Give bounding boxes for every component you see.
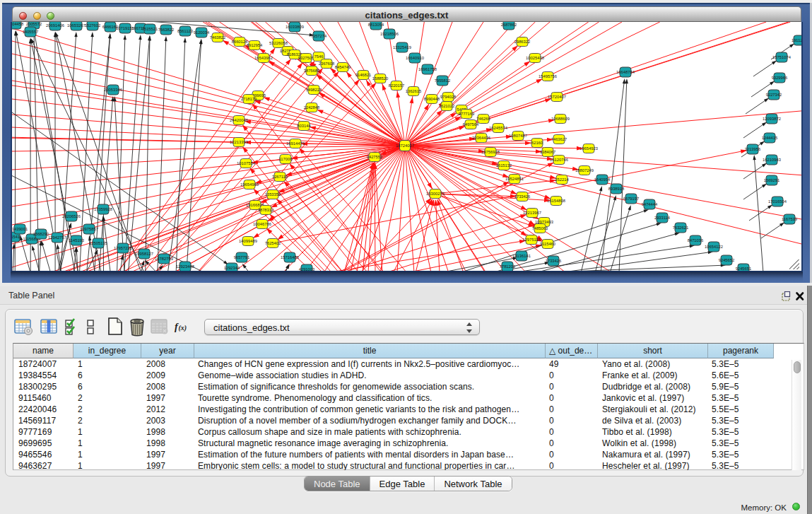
svg-text:1353359: 1353359: [265, 192, 281, 197]
svg-text:16648784: 16648784: [616, 70, 635, 74]
svg-text:10807487: 10807487: [509, 134, 527, 138]
svg-text:16782759: 16782759: [155, 257, 173, 261]
svg-text:3878312: 3878312: [258, 208, 274, 212]
svg-text:2242848: 2242848: [304, 105, 320, 110]
svg-text:20691406: 20691406: [46, 23, 64, 28]
svg-text:8938918: 8938918: [608, 187, 625, 191]
svg-text:2367608: 2367608: [319, 62, 335, 66]
svg-text:7515521: 7515521: [142, 27, 158, 31]
svg-text:9115460: 9115460: [540, 242, 555, 246]
svg-text:9146821: 9146821: [355, 73, 372, 77]
svg-text:117006: 117006: [279, 157, 293, 161]
svg-text:2933114: 2933114: [654, 216, 671, 220]
svg-text:62160: 62160: [531, 141, 543, 145]
svg-text:9327505: 9327505: [298, 56, 314, 60]
svg-text:12942757: 12942757: [48, 235, 66, 240]
svg-text:8454749: 8454749: [335, 65, 351, 69]
svg-text:15300275: 15300275: [426, 192, 445, 196]
svg-text:1733426: 1733426: [514, 194, 531, 199]
svg-text:1362615: 1362615: [406, 89, 422, 93]
svg-text:7485063: 7485063: [532, 226, 548, 230]
svg-text:3213956: 3213956: [745, 147, 761, 151]
svg-text:7663822: 7663822: [158, 28, 175, 32]
svg-text:14136141: 14136141: [512, 254, 531, 258]
svg-text:20206526: 20206526: [62, 214, 81, 218]
svg-text:12213393: 12213393: [230, 140, 248, 144]
svg-text:19218506: 19218506: [380, 32, 399, 36]
svg-text:19654923: 19654923: [579, 146, 598, 151]
svg-text:7955812: 7955812: [435, 78, 451, 83]
svg-text:12923448: 12923448: [176, 264, 194, 269]
svg-text:53226058: 53226058: [269, 41, 288, 45]
svg-text:7463822: 7463822: [210, 35, 226, 40]
svg-text:8813054: 8813054: [368, 23, 384, 27]
svg-text:19524851: 19524851: [505, 177, 524, 181]
svg-text:20364436: 20364436: [472, 136, 490, 140]
svg-text:16543962: 16543962: [254, 56, 273, 60]
svg-text:10653267: 10653267: [67, 23, 86, 28]
svg-text:10975857: 10975857: [80, 227, 98, 231]
svg-text:9657791: 9657791: [234, 255, 250, 259]
svg-text:10025438: 10025438: [526, 56, 544, 60]
svg-text:1145193: 1145193: [69, 238, 84, 243]
svg-text:803144: 803144: [297, 124, 311, 128]
svg-text:1569291: 1569291: [764, 178, 780, 182]
svg-text:5498222: 5498222: [306, 88, 322, 92]
svg-text:19756928: 19756928: [481, 150, 500, 154]
svg-text:10688609: 10688609: [551, 117, 570, 121]
svg-text:2986322: 2986322: [514, 40, 531, 44]
svg-text:12975115: 12975115: [522, 238, 540, 242]
svg-text:16961758: 16961758: [418, 67, 437, 71]
svg-text:1439001: 1439001: [12, 227, 28, 231]
svg-text:12093872: 12093872: [763, 117, 781, 121]
svg-text:17957225: 17957225: [114, 246, 132, 250]
svg-text:6679197: 6679197: [623, 197, 640, 201]
svg-text:1405557: 1405557: [23, 30, 39, 34]
svg-text:2687862: 2687862: [501, 23, 517, 27]
svg-text:9227342: 9227342: [766, 93, 782, 97]
svg-text:1640954: 1640954: [594, 177, 611, 182]
svg-text:9427552: 9427552: [367, 155, 383, 159]
svg-text:9245652: 9245652: [719, 258, 735, 262]
svg-text:7357274: 7357274: [311, 34, 327, 38]
svg-text:20053346: 20053346: [104, 88, 122, 92]
svg-text:746266: 746266: [476, 117, 490, 121]
svg-text:16154808: 16154808: [547, 199, 565, 203]
svg-text:9329966: 9329966: [772, 76, 788, 80]
svg-text:9474444: 9474444: [642, 202, 658, 206]
svg-text:1615132: 1615132: [496, 163, 512, 168]
svg-text:8471036: 8471036: [688, 238, 704, 243]
svg-text:16033809: 16033809: [286, 25, 304, 29]
svg-text:9777169: 9777169: [459, 112, 475, 116]
svg-text:24420046: 24420046: [230, 118, 248, 122]
svg-text:7546: 7546: [314, 54, 324, 59]
svg-text:1568290: 1568290: [33, 232, 49, 236]
svg-text:13751074: 13751074: [772, 55, 792, 59]
svg-text:15495756: 15495756: [539, 74, 557, 78]
svg-text:1588520: 1588520: [372, 76, 389, 81]
svg-text:8912954: 8912954: [247, 43, 263, 47]
svg-text:17359928: 17359928: [94, 207, 112, 211]
svg-text:2005572: 2005572: [26, 22, 42, 26]
svg-text:252214: 252214: [555, 177, 569, 182]
svg-text:16245574: 16245574: [489, 126, 508, 130]
svg-text:2718179: 2718179: [241, 97, 257, 101]
svg-text:8561123: 8561123: [177, 29, 193, 33]
svg-text:16914479: 16914479: [286, 141, 305, 146]
svg-text:3875685: 3875685: [304, 69, 320, 73]
svg-text:9384067: 9384067: [540, 150, 556, 154]
svg-text:12505135: 12505135: [89, 241, 107, 245]
svg-text:10654122: 10654122: [705, 245, 723, 249]
svg-text:8220157: 8220157: [389, 83, 405, 88]
svg-text:7625402: 7625402: [265, 241, 281, 245]
svg-text:15716485: 15716485: [281, 255, 299, 259]
svg-text:18807249: 18807249: [575, 168, 594, 173]
svg-text:19654965: 19654965: [240, 182, 259, 187]
svg-text:10046786: 10046786: [253, 222, 271, 226]
svg-text:9794028: 9794028: [440, 95, 457, 99]
svg-text:1604458: 1604458: [12, 22, 23, 26]
svg-text:8990448: 8990448: [424, 97, 440, 101]
svg-text:12213967: 12213967: [523, 211, 541, 215]
svg-text:7463627: 7463627: [551, 137, 567, 141]
svg-text:1621022: 1621022: [439, 104, 455, 108]
